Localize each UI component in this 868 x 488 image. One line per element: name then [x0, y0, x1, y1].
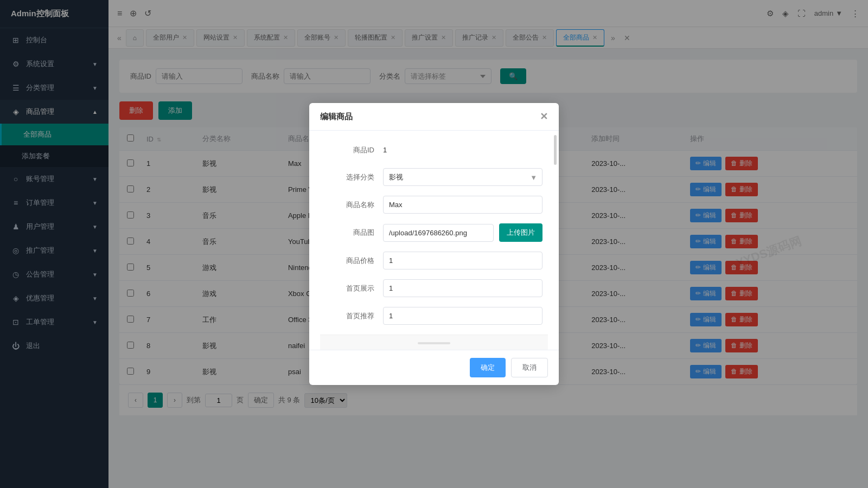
modal-overlay[interactable]: 编辑商品 ✕ 商品ID 1 选择分类 影视 音乐 游戏 工作 ▼ [0, 0, 868, 488]
price-form-label: 商品价格 [326, 256, 374, 266]
form-row-product-name: 商品名称 [326, 196, 542, 214]
product-image-path-input[interactable] [383, 224, 494, 242]
scroll-indicator [418, 342, 450, 344]
modal-scrollbar[interactable] [554, 135, 557, 165]
category-select-wrap: 影视 音乐 游戏 工作 ▼ [383, 168, 542, 186]
modal-body: 商品ID 1 选择分类 影视 音乐 游戏 工作 ▼ 商品名称 [309, 131, 559, 350]
edit-product-modal: 编辑商品 ✕ 商品ID 1 选择分类 影视 音乐 游戏 工作 ▼ [309, 103, 559, 385]
price-form-input[interactable] [383, 252, 542, 269]
homepage-rec-form-input[interactable] [383, 307, 542, 325]
product-image-form-label: 商品图 [326, 228, 374, 237]
form-row-price: 商品价格 [326, 252, 542, 269]
form-row-homepage-rec: 首页推荐 [326, 307, 542, 325]
product-id-form-label: 商品ID [326, 145, 374, 155]
modal-header: 编辑商品 ✕ [309, 103, 559, 131]
category-form-select[interactable]: 影视 音乐 游戏 工作 [383, 168, 542, 186]
scroll-more-area [320, 335, 548, 350]
modal-title: 编辑商品 [320, 112, 353, 122]
form-row-homepage-show: 首页展示 [326, 279, 542, 297]
modal-footer: 确定 取消 [309, 350, 559, 385]
form-row-product-id: 商品ID 1 [326, 142, 542, 158]
upload-row: 上传图片 [383, 223, 542, 242]
form-row-category: 选择分类 影视 音乐 游戏 工作 ▼ [326, 168, 542, 186]
homepage-show-form-input[interactable] [383, 279, 542, 297]
upload-image-button[interactable]: 上传图片 [499, 223, 542, 242]
modal-close-button[interactable]: ✕ [540, 111, 548, 123]
homepage-show-form-label: 首页展示 [326, 284, 374, 293]
form-row-product-image: 商品图 上传图片 [326, 223, 542, 242]
homepage-rec-form-label: 首页推荐 [326, 311, 374, 321]
category-form-label: 选择分类 [326, 172, 374, 182]
modal-cancel-button[interactable]: 取消 [511, 358, 548, 377]
product-name-form-label: 商品名称 [326, 200, 374, 210]
modal-confirm-button[interactable]: 确定 [470, 358, 506, 377]
product-id-value: 1 [383, 142, 542, 158]
product-name-form-input[interactable] [383, 196, 542, 214]
